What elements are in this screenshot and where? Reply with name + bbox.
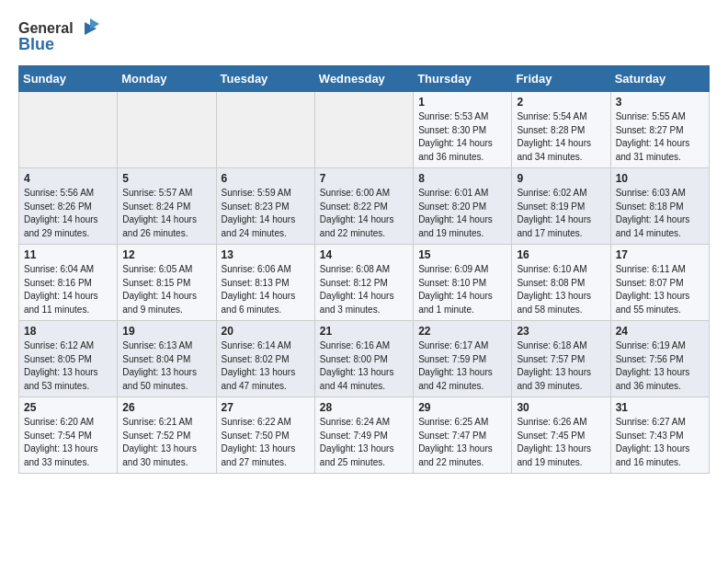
calendar-cell: 5Sunrise: 5:57 AM Sunset: 8:24 PM Daylig… [118,168,216,245]
cell-content: Sunrise: 6:03 AM Sunset: 8:18 PM Dayligh… [616,187,704,240]
day-number: 16 [517,248,605,261]
day-number: 14 [320,248,408,261]
cell-content: Sunrise: 6:26 AM Sunset: 7:45 PM Dayligh… [517,416,605,469]
cell-content: Sunrise: 6:19 AM Sunset: 7:56 PM Dayligh… [616,339,704,393]
calendar-cell: 14Sunrise: 6:08 AM Sunset: 8:12 PM Dayli… [314,245,413,321]
day-number: 10 [616,172,704,185]
day-number: 25 [24,401,112,414]
cell-content: Sunrise: 6:18 AM Sunset: 7:57 PM Dayligh… [517,339,605,393]
day-number: 1 [418,96,506,109]
svg-text:Blue: Blue [18,35,54,53]
calendar-cell: 4Sunrise: 5:56 AM Sunset: 8:26 PM Daylig… [19,168,118,245]
cell-content: Sunrise: 5:54 AM Sunset: 8:28 PM Dayligh… [517,110,605,164]
calendar-cell: 30Sunrise: 6:26 AM Sunset: 7:45 PM Dayli… [512,397,610,474]
calendar-table: SundayMondayTuesdayWednesdayThursdayFrid… [18,65,710,474]
cell-content: Sunrise: 6:11 AM Sunset: 8:07 PM Dayligh… [616,263,704,316]
day-number: 13 [222,248,310,261]
calendar-cell: 31Sunrise: 6:27 AM Sunset: 7:43 PM Dayli… [610,397,709,474]
day-number: 6 [222,172,310,185]
day-number: 2 [517,96,605,109]
cell-content: Sunrise: 6:02 AM Sunset: 8:19 PM Dayligh… [517,187,605,240]
cell-content: Sunrise: 6:14 AM Sunset: 8:02 PM Dayligh… [222,339,310,393]
cell-content: Sunrise: 6:20 AM Sunset: 7:54 PM Dayligh… [24,416,112,469]
weekday-saturday: Saturday [610,66,709,92]
calendar-cell: 11Sunrise: 6:04 AM Sunset: 8:16 PM Dayli… [19,245,118,321]
calendar-cell: 2Sunrise: 5:54 AM Sunset: 8:28 PM Daylig… [512,92,610,168]
weekday-header-row: SundayMondayTuesdayWednesdayThursdayFrid… [19,66,710,92]
cell-content: Sunrise: 6:17 AM Sunset: 7:59 PM Dayligh… [418,339,506,393]
cell-content: Sunrise: 5:56 AM Sunset: 8:26 PM Dayligh… [24,187,112,240]
calendar-cell: 29Sunrise: 6:25 AM Sunset: 7:47 PM Dayli… [414,397,512,474]
weekday-monday: Monday [118,66,216,92]
day-number: 18 [24,325,112,338]
day-number: 5 [122,172,210,185]
weekday-wednesday: Wednesday [314,66,413,92]
cell-content: Sunrise: 5:53 AM Sunset: 8:30 PM Dayligh… [418,110,506,164]
cell-content: Sunrise: 6:05 AM Sunset: 8:15 PM Dayligh… [122,263,210,316]
day-number: 9 [517,172,605,185]
calendar-cell: 20Sunrise: 6:14 AM Sunset: 8:02 PM Dayli… [216,321,314,397]
week-row-4: 25Sunrise: 6:20 AM Sunset: 7:54 PM Dayli… [19,397,710,474]
day-number: 27 [222,401,310,414]
calendar-cell: 21Sunrise: 6:16 AM Sunset: 8:00 PM Dayli… [314,321,413,397]
day-number: 31 [616,401,704,414]
week-row-3: 18Sunrise: 6:12 AM Sunset: 8:05 PM Dayli… [19,321,710,397]
calendar-cell: 3Sunrise: 5:55 AM Sunset: 8:27 PM Daylig… [610,92,709,168]
calendar-cell: 16Sunrise: 6:10 AM Sunset: 8:08 PM Dayli… [512,245,610,321]
day-number: 17 [616,248,704,261]
calendar-cell: 9Sunrise: 6:02 AM Sunset: 8:19 PM Daylig… [512,168,610,245]
calendar-cell: 23Sunrise: 6:18 AM Sunset: 7:57 PM Dayli… [512,321,610,397]
calendar-cell [19,92,118,168]
logo: General Blue [18,15,101,56]
calendar-cell: 6Sunrise: 5:59 AM Sunset: 8:23 PM Daylig… [216,168,314,245]
cell-content: Sunrise: 6:00 AM Sunset: 8:22 PM Dayligh… [320,187,408,240]
calendar-cell: 12Sunrise: 6:05 AM Sunset: 8:15 PM Dayli… [118,245,216,321]
calendar-cell: 1Sunrise: 5:53 AM Sunset: 8:30 PM Daylig… [414,92,512,168]
logo-icon: General Blue [18,15,101,56]
cell-content: Sunrise: 6:04 AM Sunset: 8:16 PM Dayligh… [24,263,112,316]
day-number: 30 [517,401,605,414]
cell-content: Sunrise: 6:24 AM Sunset: 7:49 PM Dayligh… [320,416,408,469]
cell-content: Sunrise: 6:13 AM Sunset: 8:04 PM Dayligh… [122,339,210,393]
weekday-tuesday: Tuesday [216,66,314,92]
day-number: 11 [24,248,112,261]
cell-content: Sunrise: 6:21 AM Sunset: 7:52 PM Dayligh… [122,416,210,469]
day-number: 21 [320,325,408,338]
day-number: 4 [24,172,112,185]
weekday-friday: Friday [512,66,610,92]
cell-content: Sunrise: 6:22 AM Sunset: 7:50 PM Dayligh… [222,416,310,469]
cell-content: Sunrise: 6:27 AM Sunset: 7:43 PM Dayligh… [616,416,704,469]
svg-text:General: General [18,20,74,36]
cell-content: Sunrise: 6:12 AM Sunset: 8:05 PM Dayligh… [24,339,112,393]
calendar-body: 1Sunrise: 5:53 AM Sunset: 8:30 PM Daylig… [19,92,710,474]
day-number: 22 [418,325,506,338]
calendar-cell: 22Sunrise: 6:17 AM Sunset: 7:59 PM Dayli… [414,321,512,397]
day-number: 26 [122,401,210,414]
cell-content: Sunrise: 6:01 AM Sunset: 8:20 PM Dayligh… [418,187,506,240]
day-number: 20 [222,325,310,338]
calendar-cell: 15Sunrise: 6:09 AM Sunset: 8:10 PM Dayli… [414,245,512,321]
week-row-0: 1Sunrise: 5:53 AM Sunset: 8:30 PM Daylig… [19,92,710,168]
cell-content: Sunrise: 6:06 AM Sunset: 8:13 PM Dayligh… [222,263,310,316]
calendar-cell: 17Sunrise: 6:11 AM Sunset: 8:07 PM Dayli… [610,245,709,321]
calendar-cell: 18Sunrise: 6:12 AM Sunset: 8:05 PM Dayli… [19,321,118,397]
day-number: 29 [418,401,506,414]
cell-content: Sunrise: 6:25 AM Sunset: 7:47 PM Dayligh… [418,416,506,469]
cell-content: Sunrise: 5:59 AM Sunset: 8:23 PM Dayligh… [222,187,310,240]
calendar-cell: 19Sunrise: 6:13 AM Sunset: 8:04 PM Dayli… [118,321,216,397]
cell-content: Sunrise: 6:08 AM Sunset: 8:12 PM Dayligh… [320,263,408,316]
calendar-cell: 8Sunrise: 6:01 AM Sunset: 8:20 PM Daylig… [414,168,512,245]
day-number: 23 [517,325,605,338]
calendar-cell: 24Sunrise: 6:19 AM Sunset: 7:56 PM Dayli… [610,321,709,397]
calendar-cell [314,92,413,168]
day-number: 12 [122,248,210,261]
calendar-cell: 25Sunrise: 6:20 AM Sunset: 7:54 PM Dayli… [19,397,118,474]
calendar-cell [118,92,216,168]
calendar-cell: 28Sunrise: 6:24 AM Sunset: 7:49 PM Dayli… [314,397,413,474]
weekday-sunday: Sunday [19,66,118,92]
calendar-cell: 7Sunrise: 6:00 AM Sunset: 8:22 PM Daylig… [314,168,413,245]
day-number: 24 [616,325,704,338]
day-number: 15 [418,248,506,261]
calendar-cell: 26Sunrise: 6:21 AM Sunset: 7:52 PM Dayli… [118,397,216,474]
calendar-cell [216,92,314,168]
